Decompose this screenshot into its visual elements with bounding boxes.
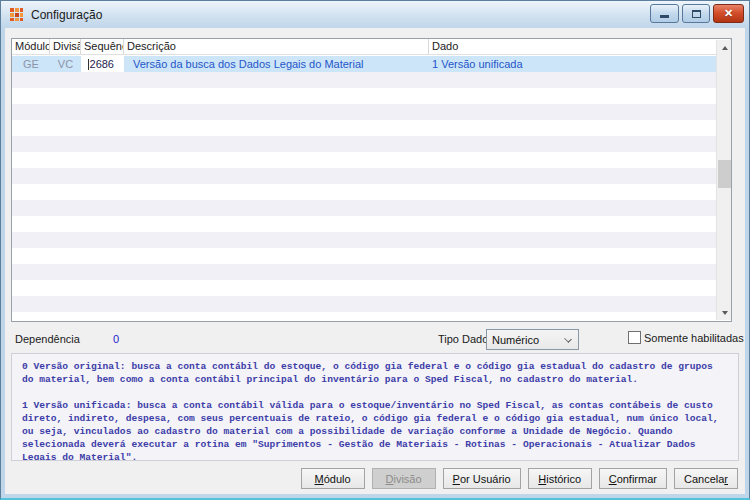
scroll-down-button[interactable]	[717, 305, 732, 320]
close-button[interactable]: ✕	[713, 4, 744, 23]
table-row-selected[interactable]: GE VC 2686 Versão da busca dos Dados Leg…	[12, 56, 716, 72]
cell-descricao: Versão da busca dos Dados Legais do Mate…	[124, 58, 429, 70]
window-controls: ✕	[650, 4, 744, 23]
app-grid-icon	[9, 7, 24, 22]
divisao-button: Divisão	[372, 468, 436, 489]
column-header-descricao[interactable]: Descrição	[124, 39, 429, 54]
tipo-dado-label: Tipo Dado	[438, 333, 488, 345]
grid-body[interactable]: GE VC 2686 Versão da busca dos Dados Leg…	[12, 56, 716, 321]
column-header-modulo[interactable]: Módulo	[12, 39, 50, 54]
por-usuario-button[interactable]: Por Usuário	[443, 468, 521, 489]
column-header-divisao[interactable]: Divisão	[50, 39, 81, 54]
somente-habilitadas-label: Somente habilitadas	[644, 332, 744, 344]
minimize-icon	[660, 15, 669, 18]
configuration-grid: Módulo Divisão Sequência Descrição Dado …	[11, 38, 732, 322]
maximize-icon	[692, 10, 701, 18]
description-paragraph-0: 0 Versão original: busca a conta contábi…	[22, 360, 728, 386]
cell-divisao: VC	[50, 58, 81, 70]
scroll-up-button[interactable]	[717, 40, 732, 55]
scroll-up-arrow-icon	[722, 46, 728, 50]
chevron-down-icon	[564, 335, 572, 343]
sequencia-value: 2686	[90, 58, 114, 70]
text-caret	[88, 59, 89, 70]
window-title: Configuração	[31, 8, 102, 22]
confirmar-button[interactable]: Confirmar	[599, 468, 667, 489]
description-paragraph-1: 1 Versão unificada: busca a conta contáb…	[22, 399, 728, 461]
scroll-down-arrow-icon	[722, 311, 728, 315]
tipo-dado-dropdown[interactable]: Numérico	[486, 329, 579, 350]
minimize-button[interactable]	[650, 4, 679, 23]
titlebar[interactable]: Configuração ✕	[1, 1, 749, 28]
dependencia-value: 0	[113, 333, 119, 345]
historico-button[interactable]: Histórico	[528, 468, 592, 489]
dependencia-label: Dependência	[15, 333, 80, 345]
column-header-sequencia[interactable]: Sequência	[81, 39, 124, 54]
cell-sequencia-editor[interactable]: 2686	[81, 56, 124, 72]
modulo-button[interactable]: Módulo	[301, 468, 365, 489]
maximize-button[interactable]	[682, 4, 710, 23]
tipo-dado-selected-value: Numérico	[492, 334, 539, 346]
cancelar-button[interactable]: Cancelar	[674, 468, 738, 489]
scrollbar-thumb[interactable]	[718, 160, 731, 188]
close-icon: ✕	[724, 8, 733, 19]
grid-header-row: Módulo Divisão Sequência Descrição Dado	[12, 39, 731, 55]
vertical-scrollbar[interactable]	[716, 40, 731, 320]
description-panel: 0 Versão original: busca a conta contábi…	[11, 353, 739, 461]
cell-dado: 1 Versão unificada	[429, 58, 716, 70]
button-bar: Módulo Divisão Por Usuário Histórico Con…	[5, 468, 738, 490]
details-bar: Dependência 0 Tipo Dado Numérico Somente…	[5, 329, 745, 350]
configuration-window: Configuração ✕ Módulo Divisão Sequência …	[0, 0, 750, 500]
somente-habilitadas-checkbox[interactable]	[628, 331, 641, 344]
column-header-dado[interactable]: Dado	[429, 39, 731, 54]
somente-habilitadas-option[interactable]: Somente habilitadas	[628, 331, 744, 344]
cell-modulo: GE	[12, 58, 50, 70]
dialog-client-area: Módulo Divisão Sequência Descrição Dado …	[5, 28, 745, 494]
